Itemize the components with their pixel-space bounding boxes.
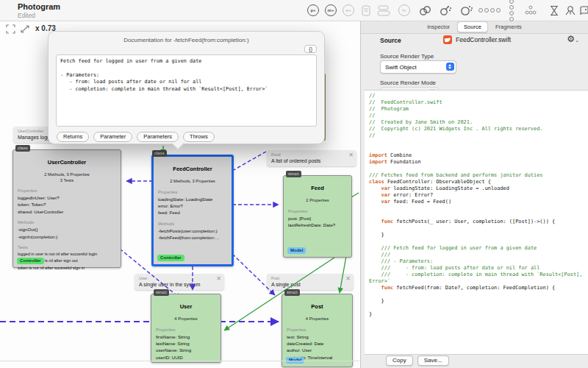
section-label: Properties	[288, 209, 351, 213]
property-item[interactable]: userID: UUID	[156, 354, 218, 361]
tab-fragments[interactable]: Fragments	[490, 22, 528, 32]
add-enum-icon[interactable]: e+	[341, 4, 356, 17]
property-item[interactable]: loadingState: LoadingState	[158, 196, 229, 202]
method-item[interactable]: -fetchFeed(from:completion:…	[158, 234, 229, 241]
type-badge: class	[15, 145, 30, 152]
section-label: Properties	[287, 328, 352, 332]
tooltip-post: Post A single post ✕	[267, 274, 354, 290]
link-magic-icon[interactable]	[438, 4, 453, 17]
gear-icon[interactable]: ⚙⌄	[567, 34, 579, 44]
role-badge: Model	[287, 247, 306, 254]
render-type-label: Source Render Type	[380, 53, 434, 60]
role-badge: Controller	[17, 258, 44, 264]
layout-row-icon[interactable]	[482, 4, 497, 17]
property-item[interactable]: userName: String	[156, 347, 218, 353]
hierarchy-icon[interactable]	[547, 4, 562, 17]
layout-column-icon[interactable]	[504, 4, 519, 17]
source-file-name: FeedController.swift	[456, 36, 511, 43]
link-icon[interactable]	[417, 4, 432, 17]
property-item[interactable]: post: [Post]	[288, 215, 348, 222]
code-braces-button[interactable]: {}	[304, 45, 317, 53]
returns-button[interactable]: Returns	[57, 132, 89, 142]
render-mode-label: Source Render Mode	[380, 79, 436, 86]
method-item[interactable]: -fetchPosts(user:completion:)	[158, 227, 229, 234]
stepper-icon	[446, 63, 454, 71]
node-summary-tests: 3 Tests	[13, 178, 121, 184]
node-title: Post	[282, 303, 352, 310]
property-item[interactable]: loggedInUser: User?	[18, 194, 118, 201]
render-type-dropdown[interactable]: Swift Object	[380, 60, 456, 74]
property-item[interactable]: firstName: String	[156, 333, 218, 340]
type-badge: struct	[286, 171, 301, 177]
property-item[interactable]: error: Error?	[158, 202, 229, 209]
test-item[interactable]: token is not nil after sucessful sign in	[18, 265, 118, 272]
documentation-popup: Documentation for -fetchFeed(from:comple…	[48, 31, 325, 144]
source-code-view[interactable]: //// FeedController.swift// Photogram///…	[365, 90, 588, 355]
zoom-expand-icon[interactable]	[20, 24, 30, 34]
add-method-icon[interactable]: m+	[323, 4, 338, 17]
app-title: Photogram	[18, 2, 60, 11]
zoom-fit-icon[interactable]	[6, 24, 15, 34]
tab-inspector[interactable]: Inspector	[421, 22, 456, 32]
panel-footer: Copy Save...	[361, 353, 588, 368]
docs-book-icon[interactable]	[577, 4, 588, 17]
section-label: Properties	[158, 190, 232, 194]
render-type-value: Swift Object	[385, 64, 417, 71]
tab-source[interactable]: Source	[457, 21, 488, 32]
tooltip-feed: Feed A list of ordered posts ✕	[267, 150, 356, 166]
property-item[interactable]: lastName: String	[156, 340, 218, 347]
chevron-down-icon: ⌄	[575, 38, 579, 43]
node-summary: 4 Properties	[151, 316, 220, 322]
add-note-icon[interactable]	[359, 4, 373, 17]
type-badge: struct	[284, 289, 300, 296]
add-property-icon[interactable]: p+	[306, 4, 320, 17]
title-bar: Photogram Edited p+ m+ e+ t+	[0, 0, 588, 21]
graph-node-icon[interactable]	[563, 4, 578, 17]
role-badge: Controller	[157, 255, 184, 261]
node-title: Feed	[284, 185, 351, 191]
source-section-label: Source	[380, 37, 401, 44]
save-button[interactable]: Save...	[417, 355, 449, 366]
section-label: Methods	[18, 220, 121, 224]
node-title: UserController	[13, 159, 121, 166]
throws-button[interactable]: Throws	[183, 132, 215, 142]
type-badge: struct	[154, 289, 169, 296]
property-item[interactable]: lastRefreshDate: Date?	[288, 222, 348, 228]
parameter-button[interactable]: Parameter	[93, 132, 132, 142]
node-summary: 2 Methods, 3 Properties	[154, 179, 232, 185]
node-summary: 2 Properties	[284, 198, 351, 204]
document-state: Edited	[18, 12, 35, 19]
method-item[interactable]: -signOut()	[18, 226, 118, 233]
node-feed[interactable]: struct Feed 2 Properties Properties post…	[283, 175, 352, 258]
node-usercontroller[interactable]: class UserController 2 Methods, 3 Proper…	[12, 149, 121, 268]
node-feedcontroller[interactable]: class FeedController 2 Methods, 3 Proper…	[151, 155, 234, 266]
copy-button[interactable]: Copy	[386, 355, 413, 366]
panel-tab-bar: Inspector Source Fragments	[361, 21, 588, 34]
node-post[interactable]: struct Post 4 Properties Properties text…	[282, 294, 353, 367]
auto-magic-icon[interactable]	[459, 4, 473, 17]
property-item[interactable]: shared: UserController	[18, 208, 118, 215]
section-label: Properties	[156, 328, 220, 332]
documentation-text-area[interactable]: Fetch feed for logged in user from a giv…	[56, 54, 317, 127]
property-item[interactable]: token: Token?	[18, 201, 118, 208]
parameters-button[interactable]: Parameters	[137, 132, 179, 142]
popup-title: Documentation for -fetchFeed(from:comple…	[49, 37, 324, 43]
section-label: Properties	[18, 188, 121, 193]
section-label: Methods	[158, 222, 232, 226]
close-icon[interactable]: ✕	[345, 276, 351, 282]
canvas-bottom-divider	[0, 361, 359, 361]
node-user[interactable]: struct User 4 Properties Properties firs…	[151, 294, 221, 363]
node-summary: 4 Properties	[282, 316, 352, 322]
property-item[interactable]: dateCreated: Date	[287, 340, 349, 347]
add-test-icon[interactable]: t+	[397, 4, 412, 17]
property-item[interactable]: feed: Feed	[158, 209, 229, 216]
section-label: Tests	[18, 245, 121, 250]
property-item[interactable]: text: String	[287, 333, 349, 340]
add-doc-icon[interactable]	[376, 4, 391, 17]
layout-tree-icon[interactable]	[523, 4, 538, 17]
method-item[interactable]: -signIn(completion:)	[18, 233, 118, 240]
property-item[interactable]: author: User	[287, 347, 349, 353]
inspector-panel: Inspector Source Fragments Source FeedCo…	[361, 21, 588, 368]
close-icon[interactable]: ✕	[348, 152, 354, 158]
close-icon[interactable]: ✕	[216, 276, 221, 282]
